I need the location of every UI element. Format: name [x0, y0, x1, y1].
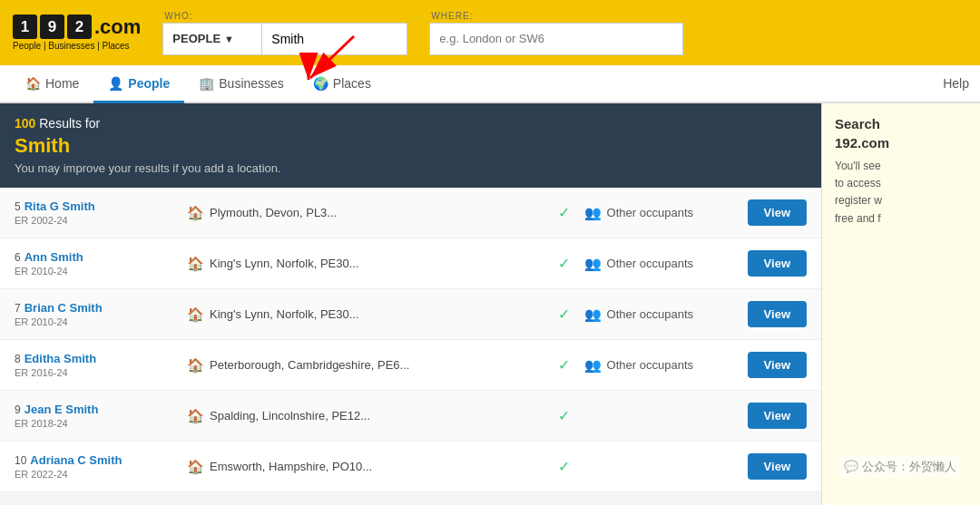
address-text: King's Lynn, Norfolk, PE30...: [210, 257, 359, 270]
nav-item-businesses[interactable]: 🏢 Businesses: [184, 65, 299, 103]
where-label: WHERE:: [431, 11, 683, 21]
occupants-icon: 👥: [584, 357, 602, 374]
result-address: 🏠 King's Lynn, Norfolk, PE30...: [187, 306, 544, 323]
home-icon: 🏠: [25, 76, 41, 91]
result-verified: ✓: [555, 458, 573, 475]
logo-num-1: 1: [13, 15, 37, 39]
occupants-label: Other occupants: [607, 358, 693, 372]
result-num: 5: [15, 200, 21, 213]
result-verified: ✓: [555, 356, 573, 374]
navigation: 🏠 Home 👤 People 🏢 Businesses 🌍 Places He…: [0, 65, 980, 103]
businesses-icon: 🏢: [199, 76, 214, 91]
sidebar: Search 192.com You'll seeto accessregist…: [821, 103, 980, 505]
sidebar-domain: 192.com: [835, 135, 967, 151]
result-er: ER 2010-24: [15, 266, 187, 277]
result-verified: ✓: [555, 306, 573, 323]
result-name[interactable]: Adriana C Smith: [30, 453, 122, 467]
result-address: 🏠 Plymouth, Devon, PL3...: [187, 205, 544, 221]
result-er: ER 2018-24: [15, 418, 187, 429]
nav-item-places[interactable]: 🌍 Places: [299, 65, 386, 103]
view-button[interactable]: View: [748, 453, 807, 480]
results-count-line: 100 Results for: [15, 116, 807, 131]
nav-item-home[interactable]: 🏠 Home: [11, 65, 93, 103]
result-info: 7Brian C Smith ER 2010-24: [15, 301, 187, 327]
view-button[interactable]: View: [748, 403, 807, 429]
result-address: 🏠 Emsworth, Hampshire, PO10...: [187, 459, 544, 475]
search-who-section: WHO: PEOPLE ▼: [162, 11, 407, 55]
table-row: 10Adriana C Smith ER 2022-24 🏠 Emsworth,…: [0, 442, 821, 492]
nav-home-label: Home: [45, 76, 79, 91]
results-list: 5Rita G Smith ER 2002-24 🏠 Plymouth, Dev…: [0, 188, 821, 492]
header: 1 9 2 .com People | Businesses | Places …: [0, 0, 980, 65]
occupants-label: Other occupants: [607, 257, 693, 270]
house-icon: 🏠: [187, 408, 204, 424]
result-address: 🏠 Spalding, Lincolnshire, PE12...: [187, 408, 544, 424]
result-occupants: 👥 Other occupants: [584, 205, 748, 221]
address-text: Peterborough, Cambridgeshire, PE6...: [210, 358, 409, 372]
result-name[interactable]: Editha Smith: [24, 352, 96, 365]
result-verified: ✓: [555, 204, 573, 221]
house-icon: 🏠: [187, 256, 204, 272]
address-text: Emsworth, Hampshire, PO10...: [210, 460, 372, 473]
address-text: King's Lynn, Norfolk, PE30...: [210, 307, 359, 321]
who-label: WHO:: [164, 11, 407, 21]
results-section: 100 Results for Smith You may improve yo…: [0, 103, 821, 505]
result-name[interactable]: Rita G Smith: [24, 199, 95, 213]
logo-num-2: 2: [67, 15, 92, 39]
search-where-section: WHERE:: [429, 11, 683, 55]
places-icon: 🌍: [313, 76, 328, 91]
result-num: 7: [15, 302, 21, 315]
category-label: PEOPLE: [172, 32, 220, 45]
logo-num-9: 9: [40, 15, 64, 39]
result-address: 🏠 Peterborough, Cambridgeshire, PE6...: [187, 357, 544, 374]
nav-help[interactable]: Help: [943, 65, 969, 102]
result-info: 9Jean E Smith ER 2018-24: [15, 403, 187, 429]
nav-item-people[interactable]: 👤 People: [93, 65, 184, 103]
logo-tagline: People | Businesses | Places: [13, 41, 141, 51]
occupants-icon: 👥: [584, 256, 602, 272]
result-info: 10Adriana C Smith ER 2022-24: [15, 453, 187, 480]
logo: 1 9 2 .com People | Businesses | Places: [13, 15, 141, 51]
result-name[interactable]: Jean E Smith: [24, 403, 99, 416]
people-icon: 👤: [108, 76, 123, 91]
result-er: ER 2010-24: [15, 316, 187, 327]
address-text: Plymouth, Devon, PL3...: [210, 206, 337, 219]
view-button[interactable]: View: [748, 250, 807, 277]
category-selector[interactable]: PEOPLE ▼: [162, 23, 262, 55]
result-num: 9: [15, 403, 21, 416]
table-row: 8Editha Smith ER 2016-24 🏠 Peterborough,…: [0, 340, 821, 391]
result-info: 5Rita G Smith ER 2002-24: [15, 199, 187, 226]
result-name[interactable]: Brian C Smith: [24, 301, 103, 315]
results-header: 100 Results for Smith You may improve yo…: [0, 103, 821, 188]
where-input[interactable]: [429, 23, 683, 55]
sidebar-title: Search: [835, 116, 967, 131]
view-button[interactable]: View: [748, 301, 807, 327]
occupants-icon: 👥: [584, 205, 602, 221]
view-button[interactable]: View: [748, 352, 807, 378]
result-num: 8: [15, 353, 21, 365]
table-row: 7Brian C Smith ER 2010-24 🏠 King's Lynn,…: [0, 289, 821, 340]
table-row: 9Jean E Smith ER 2018-24 🏠 Spalding, Lin…: [0, 391, 821, 442]
house-icon: 🏠: [187, 205, 204, 221]
house-icon: 🏠: [187, 357, 204, 374]
result-num: 10: [15, 454, 26, 467]
nav-places-label: Places: [333, 76, 371, 91]
view-button[interactable]: View: [748, 199, 807, 226]
search-input[interactable]: [262, 23, 407, 55]
table-row: 6Ann Smith ER 2010-24 🏠 King's Lynn, Nor…: [0, 238, 821, 289]
house-icon: 🏠: [187, 306, 204, 323]
result-info: 8Editha Smith ER 2016-24: [15, 352, 187, 378]
nav-businesses-label: Businesses: [219, 76, 284, 91]
occupants-icon: 👥: [584, 306, 602, 323]
house-icon: 🏠: [187, 459, 204, 475]
result-info: 6Ann Smith ER 2010-24: [15, 250, 187, 277]
result-er: ER 2022-24: [15, 469, 187, 480]
nav-people-label: People: [128, 76, 170, 91]
table-row: 5Rita G Smith ER 2002-24 🏠 Plymouth, Dev…: [0, 188, 821, 238]
result-num: 6: [15, 251, 21, 264]
result-name[interactable]: Ann Smith: [24, 250, 83, 264]
occupants-label: Other occupants: [607, 206, 693, 219]
results-hint: You may improve your results if you add …: [15, 161, 807, 175]
result-er: ER 2016-24: [15, 367, 187, 378]
result-occupants: 👥 Other occupants: [584, 256, 748, 272]
